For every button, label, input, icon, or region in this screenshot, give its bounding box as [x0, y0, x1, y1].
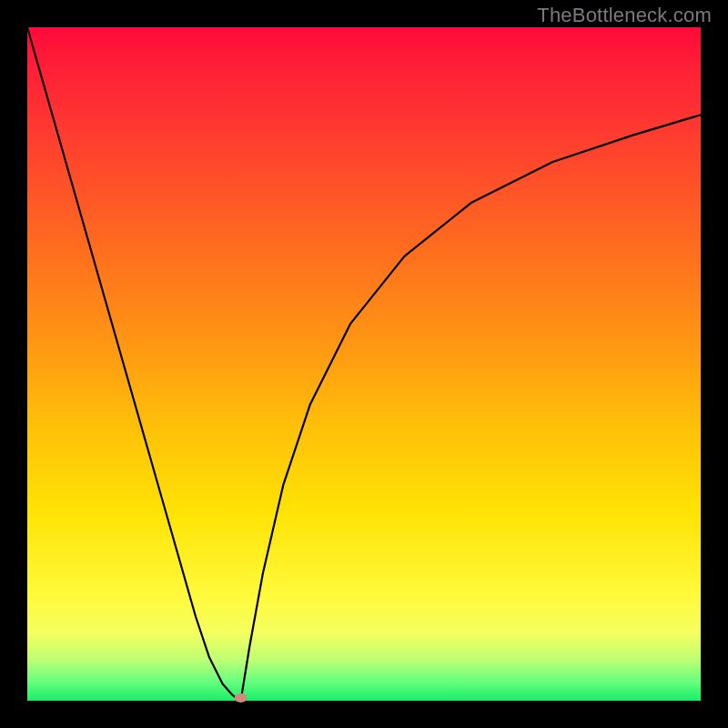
- curve-right-branch: [241, 115, 701, 701]
- vertex-marker: [235, 693, 248, 703]
- watermark-text: TheBottleneck.com: [537, 4, 712, 27]
- bottleneck-curve: [27, 27, 701, 701]
- plot-area: [27, 27, 701, 701]
- chart-frame: TheBottleneck.com: [0, 0, 728, 728]
- curve-left-branch: [27, 27, 241, 701]
